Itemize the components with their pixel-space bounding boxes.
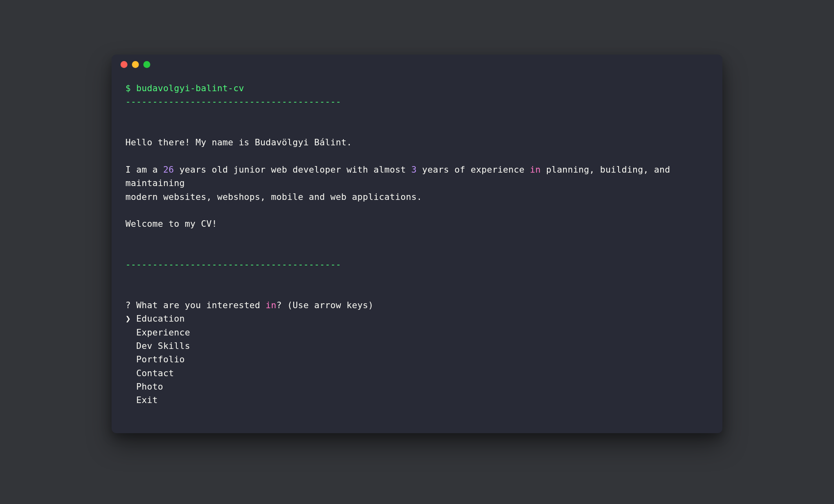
intro-line-1: Hello there! My name is Budavölgyi Bálin… — [125, 137, 352, 147]
age-number: 26 — [163, 164, 174, 175]
intro-line-2: I am a 26 years old junior web developer… — [125, 164, 670, 175]
maximize-icon[interactable] — [143, 61, 150, 68]
keyword-in-2: in — [266, 300, 277, 310]
menu-option-portfolio[interactable]: Portfolio — [125, 354, 185, 364]
command-line: $ budavolgyi-balint-cv — [125, 83, 244, 93]
menu-option-education[interactable]: ❯ Education — [125, 313, 185, 324]
menu-option-photo[interactable]: Photo — [125, 381, 163, 392]
menu-option-experience[interactable]: Experience — [125, 327, 190, 337]
intro-welcome: Welcome to my CV! — [125, 219, 217, 229]
intro-line-4: modern websites, webshops, mobile and we… — [125, 192, 422, 202]
keyword-in: in — [530, 164, 541, 175]
question-mark: ? — [125, 300, 131, 310]
terminal-window: $ budavolgyi-balint-cv -----------------… — [112, 55, 722, 433]
intro-line-3: maintaining — [125, 178, 185, 188]
menu-pointer: ❯ — [125, 313, 136, 324]
menu-option-exit[interactable]: Exit — [125, 395, 158, 405]
menu-hint: (Use arrow keys) — [287, 300, 373, 310]
menu-option-contact[interactable]: Contact — [125, 368, 174, 378]
separator-top: ---------------------------------------- — [125, 96, 341, 107]
close-icon[interactable] — [121, 61, 127, 68]
terminal-body[interactable]: $ budavolgyi-balint-cv -----------------… — [112, 74, 722, 419]
prompt-symbol: $ — [125, 83, 136, 93]
menu-question: ? What are you interested in? (Use arrow… — [125, 300, 373, 310]
separator-bottom: ---------------------------------------- — [125, 259, 341, 270]
command-text: budavolgyi-balint-cv — [136, 83, 244, 93]
years-number: 3 — [411, 164, 417, 175]
window-titlebar — [112, 55, 722, 74]
minimize-icon[interactable] — [132, 61, 139, 68]
menu-option-dev-skills[interactable]: Dev Skills — [125, 341, 190, 351]
